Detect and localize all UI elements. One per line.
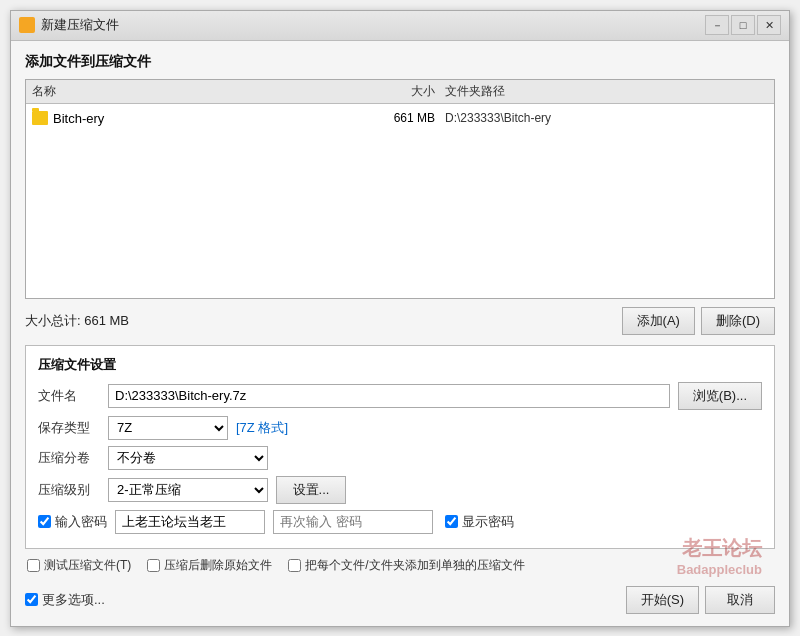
test-compress-check[interactable]: 测试压缩文件(T): [27, 557, 131, 574]
compress-settings-section: 压缩文件设置 文件名 浏览(B)... 保存类型 7Z ZIP: [25, 345, 775, 549]
file-list-container: 名称 大小 文件夹路径 Bitch-ery 661 MB D:\233333\B…: [25, 79, 775, 299]
file-size: 661 MB: [355, 111, 445, 125]
split-controls: 不分卷 10 MB 100 MB: [108, 446, 762, 470]
delete-button[interactable]: 删除(D): [701, 307, 775, 335]
compress-settings-title: 压缩文件设置: [38, 356, 762, 374]
more-options-text: 更多选项...: [42, 591, 105, 609]
settings-button[interactable]: 设置...: [276, 476, 346, 504]
file-path: D:\233333\Bitch-ery: [445, 111, 768, 125]
split-label: 压缩分卷: [38, 449, 108, 467]
compress-level-label: 压缩级别: [38, 481, 108, 499]
title-bar-controls: － □ ✕: [705, 15, 781, 35]
each-file-checkbox[interactable]: [288, 559, 301, 572]
save-type-label: 保存类型: [38, 419, 108, 437]
archive-icon: [19, 17, 35, 33]
test-compress-label: 测试压缩文件(T): [44, 557, 131, 574]
file-name: Bitch-ery: [53, 111, 104, 126]
title-bar: 新建压缩文件 － □ ✕: [11, 11, 789, 41]
password-row: 输入密码 显示密码: [38, 510, 762, 534]
file-name-col: Bitch-ery: [32, 111, 355, 126]
show-password-checkbox[interactable]: [445, 515, 458, 528]
add-files-title: 添加文件到压缩文件: [25, 53, 775, 71]
delete-original-checkbox[interactable]: [147, 559, 160, 572]
delete-original-label: 压缩后删除原始文件: [164, 557, 272, 574]
title-bar-left: 新建压缩文件: [19, 16, 119, 34]
file-list-body: Bitch-ery 661 MB D:\233333\Bitch-ery: [26, 104, 774, 133]
header-path: 文件夹路径: [445, 83, 768, 100]
browse-button[interactable]: 浏览(B)...: [678, 382, 762, 410]
action-buttons: 开始(S) 取消: [626, 586, 775, 614]
each-file-label: 把每个文件/文件夹添加到单独的压缩文件: [305, 557, 524, 574]
header-size: 大小: [355, 83, 445, 100]
more-options-checkbox[interactable]: [25, 593, 38, 606]
window-content: 添加文件到压缩文件 名称 大小 文件夹路径 Bitch-ery 661 MB: [11, 41, 789, 626]
file-list-header: 名称 大小 文件夹路径: [26, 80, 774, 104]
more-options-label[interactable]: 更多选项...: [25, 591, 105, 609]
compress-level-row: 压缩级别 2-正常压缩 1-最快压缩 5-最大压缩 设置...: [38, 476, 762, 504]
password-input[interactable]: [115, 510, 265, 534]
save-type-row: 保存类型 7Z ZIP TAR [7Z 格式]: [38, 416, 762, 440]
maximize-button[interactable]: □: [731, 15, 755, 35]
filename-label: 文件名: [38, 387, 108, 405]
compress-level-select[interactable]: 2-正常压缩 1-最快压缩 5-最大压缩: [108, 478, 268, 502]
footer-buttons: 添加(A) 删除(D): [622, 307, 775, 335]
save-type-select[interactable]: 7Z ZIP TAR: [108, 416, 228, 440]
compress-level-controls: 2-正常压缩 1-最快压缩 5-最大压缩 设置...: [108, 476, 762, 504]
main-window: 新建压缩文件 － □ ✕ 添加文件到压缩文件 名称 大小 文件夹路径: [10, 10, 790, 627]
show-password-label[interactable]: 显示密码: [445, 513, 514, 531]
split-row: 压缩分卷 不分卷 10 MB 100 MB: [38, 446, 762, 470]
total-size-label: 大小总计: 661 MB: [25, 312, 129, 330]
password-checkbox-label[interactable]: 输入密码: [38, 513, 107, 531]
table-row[interactable]: Bitch-ery 661 MB D:\233333\Bitch-ery: [26, 108, 774, 129]
bottom-checks: 测试压缩文件(T) 压缩后删除原始文件 把每个文件/文件夹添加到单独的压缩文件: [25, 557, 775, 574]
bottom-row: 更多选项... 开始(S) 取消: [25, 582, 775, 614]
save-type-controls: 7Z ZIP TAR [7Z 格式]: [108, 416, 762, 440]
password-inputs: 显示密码: [115, 510, 762, 534]
cancel-button[interactable]: 取消: [705, 586, 775, 614]
each-file-check[interactable]: 把每个文件/文件夹添加到单独的压缩文件: [288, 557, 524, 574]
minimize-button[interactable]: －: [705, 15, 729, 35]
show-password-text: 显示密码: [462, 513, 514, 531]
window-title: 新建压缩文件: [41, 16, 119, 34]
start-button[interactable]: 开始(S): [626, 586, 699, 614]
password-confirm-input[interactable]: [273, 510, 433, 534]
filename-input[interactable]: [108, 384, 670, 408]
folder-icon: [32, 111, 48, 125]
format-link[interactable]: [7Z 格式]: [236, 419, 288, 437]
split-select[interactable]: 不分卷 10 MB 100 MB: [108, 446, 268, 470]
delete-original-check[interactable]: 压缩后删除原始文件: [147, 557, 272, 574]
close-button[interactable]: ✕: [757, 15, 781, 35]
filename-row: 文件名 浏览(B)...: [38, 382, 762, 410]
test-compress-checkbox[interactable]: [27, 559, 40, 572]
password-label: 输入密码: [55, 513, 107, 531]
filename-controls: 浏览(B)...: [108, 382, 762, 410]
file-list-footer: 大小总计: 661 MB 添加(A) 删除(D): [25, 307, 775, 335]
add-button[interactable]: 添加(A): [622, 307, 695, 335]
password-checkbox[interactable]: [38, 515, 51, 528]
header-name: 名称: [32, 83, 355, 100]
